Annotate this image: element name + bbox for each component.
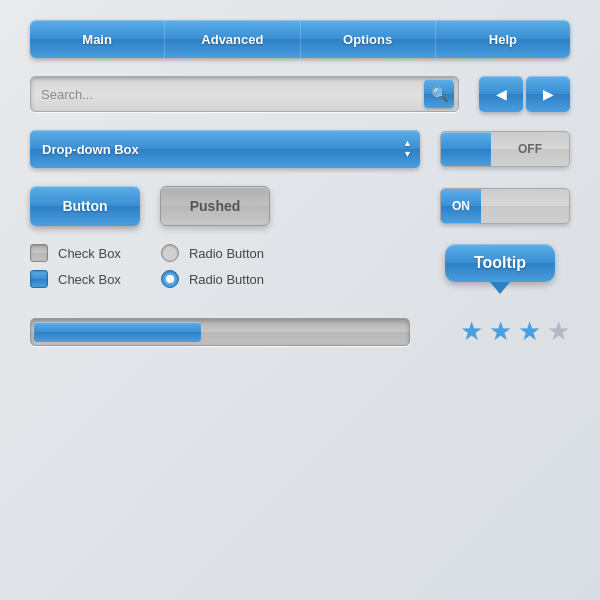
stars-area: ★ ★ ★ ★ (430, 316, 570, 347)
nav-bar: Main Advanced Options Help (30, 20, 570, 58)
search-icon: 🔍 (431, 86, 448, 102)
dropdown-label: Drop-down Box (42, 142, 139, 157)
checkbox-checked[interactable] (30, 270, 48, 288)
tooltip-bubble: Tooltip (445, 244, 555, 282)
checkbox-label-2: Check Box (58, 272, 121, 287)
arrow-left-button[interactable]: ◀ (479, 76, 523, 112)
row-dropdown: Drop-down Box ▲ ▼ OFF (30, 130, 570, 168)
row-search: Search... 🔍 ◀ ▶ (30, 76, 570, 112)
blue-button-label: Button (62, 198, 107, 214)
nav-item-main[interactable]: Main (30, 20, 165, 58)
arrow-left-icon: ◀ (496, 86, 507, 102)
blue-button[interactable]: Button (30, 186, 140, 226)
radio-label-1: Radio Button (189, 246, 264, 261)
row-progress: ★ ★ ★ ★ (30, 316, 570, 347)
arrow-right-button[interactable]: ▶ (526, 76, 570, 112)
dropdown-down-icon: ▼ (403, 149, 412, 160)
star-1[interactable]: ★ (460, 316, 483, 347)
toggle-off-active-part (441, 132, 491, 166)
arrow-buttons: ◀ ▶ (479, 76, 570, 112)
toggle-on[interactable]: ON (440, 188, 570, 224)
star-2[interactable]: ★ (489, 316, 512, 347)
arrow-right-icon: ▶ (543, 86, 554, 102)
radio-unchecked[interactable] (161, 244, 179, 262)
radio-checked[interactable] (161, 270, 179, 288)
dropdown-box[interactable]: Drop-down Box ▲ ▼ (30, 130, 420, 168)
toggle-off-label: OFF (491, 142, 569, 156)
checkbox-label-1: Check Box (58, 246, 121, 261)
progress-fill (34, 322, 201, 342)
toggle-off[interactable]: OFF (440, 131, 570, 167)
tooltip-label: Tooltip (474, 254, 526, 271)
row-buttons: Button Pushed ON (30, 186, 570, 226)
checkbox-unchecked[interactable] (30, 244, 48, 262)
toggle-on-inactive-part (481, 189, 569, 223)
checkbox-row-1: Check Box Radio Button (30, 244, 410, 262)
progress-bar[interactable] (30, 318, 410, 346)
dropdown-up-icon: ▲ (403, 138, 412, 149)
pushed-button-label: Pushed (190, 198, 241, 214)
tooltip-area: Tooltip (430, 244, 570, 282)
nav-item-help[interactable]: Help (436, 20, 570, 58)
search-placeholder: Search... (41, 87, 418, 102)
nav-item-advanced[interactable]: Advanced (165, 20, 300, 58)
nav-item-options[interactable]: Options (301, 20, 436, 58)
star-3[interactable]: ★ (518, 316, 541, 347)
star-4[interactable]: ★ (547, 316, 570, 347)
toggle-on-label: ON (441, 189, 481, 223)
search-bar[interactable]: Search... 🔍 (30, 76, 459, 112)
row-checkboxes: Check Box Radio Button Check Box Radio B… (30, 244, 570, 288)
search-button[interactable]: 🔍 (424, 80, 454, 108)
pushed-button[interactable]: Pushed (160, 186, 270, 226)
dropdown-arrows: ▲ ▼ (403, 138, 412, 160)
radio-label-2: Radio Button (189, 272, 264, 287)
checkbox-row-2: Check Box Radio Button (30, 270, 410, 288)
checkboxes-section: Check Box Radio Button Check Box Radio B… (30, 244, 410, 288)
